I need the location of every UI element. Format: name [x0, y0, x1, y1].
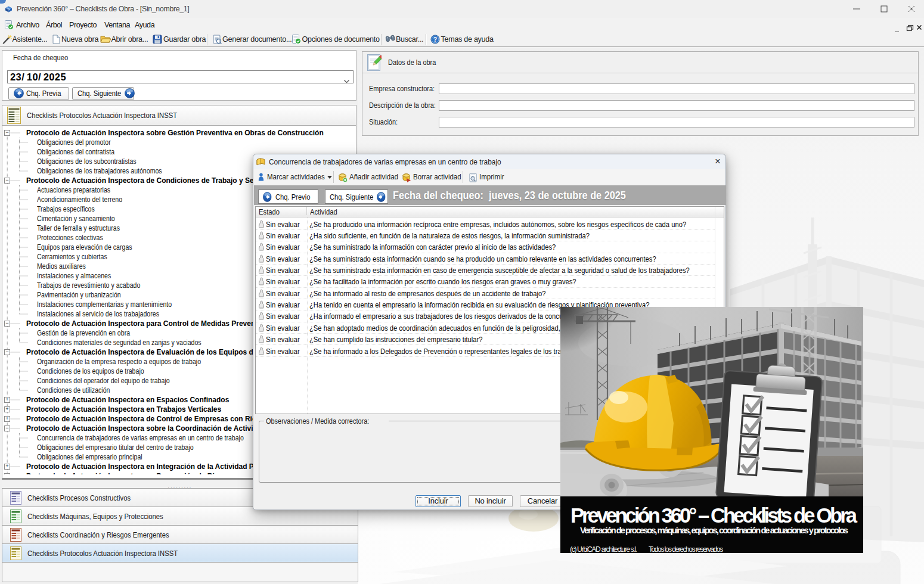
- svg-text:(c) UrbiCAD architecture s.l.: (c) UrbiCAD architecture s.l.: [570, 545, 637, 553]
- svg-text:?: ?: [433, 36, 437, 43]
- svg-text:Todos los derechos reservados: Todos los derechos reservados: [649, 545, 723, 553]
- svg-text:Prevención 360° – Checklists d: Prevención 360° – Checklists de Obra: [570, 504, 858, 527]
- svg-text:Verificación de procesos, máqu: Verificación de procesos, máquinas, equi…: [580, 526, 848, 535]
